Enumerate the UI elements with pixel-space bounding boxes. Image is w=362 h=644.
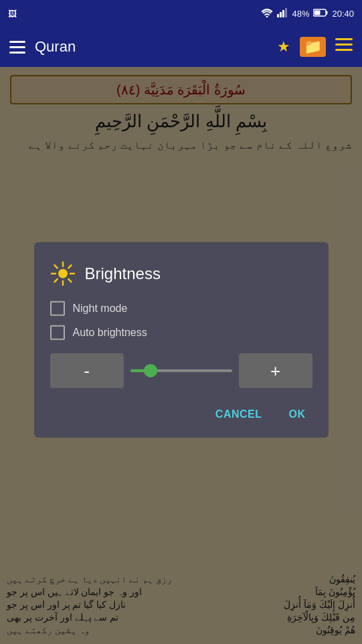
- dialog-title-row: Brightness: [50, 261, 312, 287]
- hamburger-menu[interactable]: [9, 41, 25, 54]
- svg-rect-6: [314, 10, 321, 15]
- svg-rect-0: [277, 14, 279, 17]
- brightness-slider-track[interactable]: [130, 370, 232, 372]
- cancel-button[interactable]: CANCEL: [209, 404, 269, 424]
- battery-percentage: 48%: [292, 9, 309, 19]
- dialog-button-row: CANCEL OK: [50, 404, 312, 424]
- auto-brightness-row[interactable]: Auto brightness: [50, 325, 312, 340]
- night-mode-checkbox[interactable]: [50, 301, 65, 316]
- wifi-icon: [261, 8, 273, 19]
- brightness-decrease-button[interactable]: -: [50, 353, 124, 388]
- svg-line-16: [68, 265, 71, 268]
- night-mode-label: Night mode: [73, 303, 128, 315]
- status-bar: 🖼 48% 20:40: [0, 0, 362, 27]
- brightness-slider-thumb[interactable]: [144, 364, 157, 378]
- menu-list-icon[interactable]: [335, 38, 353, 56]
- svg-point-18: [58, 269, 68, 278]
- svg-rect-2: [282, 10, 284, 17]
- status-left-icons: 🖼: [8, 9, 17, 19]
- bookmark-icon[interactable]: ★: [277, 38, 290, 56]
- content-area: سُورَةُ الْبَقَرَة مَدَنِيَّة (٨٤) بِسْم…: [0, 67, 362, 644]
- clock: 20:40: [332, 9, 354, 19]
- night-mode-row[interactable]: Night mode: [50, 301, 312, 316]
- signal-icon: [277, 8, 288, 19]
- svg-rect-9: [335, 49, 353, 51]
- brightness-slider-row: - +: [50, 353, 312, 388]
- svg-rect-3: [285, 8, 287, 17]
- nav-bar: Quran ★ 📁: [0, 27, 362, 67]
- svg-rect-8: [335, 44, 353, 46]
- svg-rect-7: [335, 38, 353, 40]
- nav-title: Quran: [35, 38, 268, 56]
- dialog-title: Brightness: [85, 264, 161, 283]
- brightness-icon: [50, 261, 76, 287]
- auto-brightness-label: Auto brightness: [73, 327, 147, 339]
- svg-line-15: [68, 279, 71, 282]
- svg-rect-1: [280, 12, 282, 17]
- folder-icon[interactable]: 📁: [300, 37, 326, 57]
- svg-rect-5: [326, 11, 328, 14]
- brightness-increase-button[interactable]: +: [239, 353, 312, 388]
- auto-brightness-checkbox[interactable]: [50, 325, 65, 340]
- ok-button[interactable]: OK: [282, 404, 312, 424]
- svg-line-17: [54, 279, 57, 282]
- svg-line-14: [54, 265, 57, 268]
- brightness-dialog: Brightness Night mode Auto brightness - …: [34, 242, 329, 438]
- status-right-info: 48% 20:40: [261, 8, 354, 19]
- app-icon: 🖼: [8, 9, 17, 19]
- battery-icon: [313, 9, 328, 19]
